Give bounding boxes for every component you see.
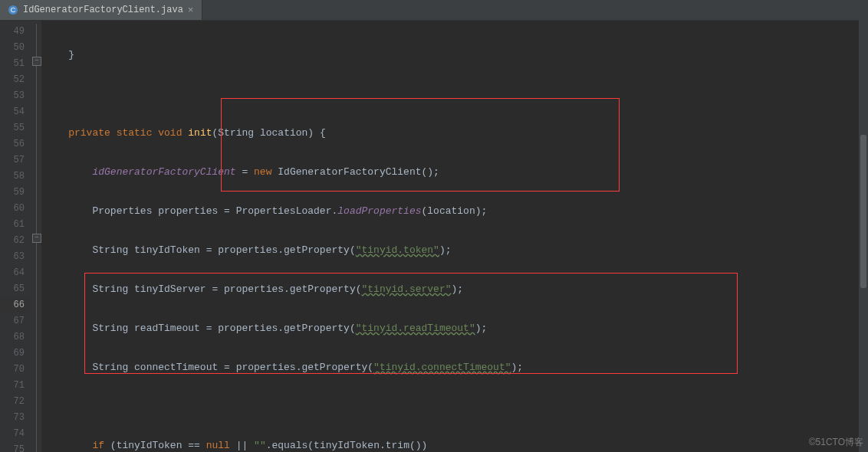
- line-num: 59: [0, 185, 31, 201]
- line-num: 55: [0, 120, 31, 136]
- line-num: 70: [0, 362, 31, 378]
- line-num: 53: [0, 88, 31, 104]
- line-num: 68: [0, 329, 31, 346]
- code-line: [41, 398, 868, 414]
- code-line: String connectTimeout = properties.getPr…: [41, 359, 868, 375]
- scrollbar-thumb[interactable]: [860, 135, 866, 288]
- line-num: 60: [0, 201, 31, 217]
- line-num: 73: [0, 410, 31, 426]
- svg-text:C: C: [11, 6, 16, 14]
- line-num: 63: [0, 249, 31, 265]
- line-num: 61: [0, 217, 31, 233]
- watermark-text: ©51CTO博客: [809, 436, 863, 449]
- code-line: [41, 86, 868, 102]
- vertical-scrollbar[interactable]: [859, 20, 868, 452]
- code-editor[interactable]: 49 50 51 52 53 54 55 56 57 58 59 60 61 6…: [0, 21, 868, 452]
- close-tab-icon[interactable]: ×: [188, 5, 194, 16]
- line-num: 56: [0, 136, 31, 152]
- code-line: private static void init(String location…: [41, 125, 868, 141]
- code-line: String tinyIdServer = properties.getProp…: [41, 281, 868, 297]
- java-class-icon: C: [8, 5, 18, 15]
- line-num: 62: [0, 233, 31, 249]
- line-num: 57: [0, 152, 31, 169]
- line-num: 65: [0, 281, 31, 297]
- code-line: String tinyIdToken = properties.getPrope…: [41, 242, 868, 258]
- code-line: idGeneratorFactoryClient = new IdGenerat…: [41, 164, 868, 180]
- code-area[interactable]: } private static void init(String locati…: [41, 21, 868, 452]
- fold-toggle-icon[interactable]: −: [32, 234, 41, 243]
- line-num: 52: [0, 72, 31, 88]
- line-num: 64: [0, 265, 31, 281]
- code-line: Properties properties = PropertiesLoader…: [41, 203, 868, 219]
- line-num: 72: [0, 394, 31, 410]
- line-num: 67: [0, 313, 31, 329]
- code-line: if (tinyIdToken == null || "".equals(tin…: [41, 437, 868, 452]
- line-num: 54: [0, 104, 31, 120]
- tab-bar: C IdGeneratorFactoryClient.java ×: [0, 0, 868, 21]
- line-num: 50: [0, 40, 31, 56]
- fold-toggle-icon[interactable]: −: [32, 57, 41, 66]
- line-num: 69: [0, 346, 31, 362]
- line-num: 71: [0, 378, 31, 394]
- fold-column: − −: [31, 21, 41, 452]
- line-number-gutter: 49 50 51 52 53 54 55 56 57 58 59 60 61 6…: [0, 21, 31, 452]
- line-num: 51: [0, 56, 31, 72]
- tab-filename: IdGeneratorFactoryClient.java: [23, 5, 183, 15]
- line-num: 58: [0, 169, 31, 185]
- line-num: 75: [0, 442, 31, 452]
- file-tab[interactable]: C IdGeneratorFactoryClient.java ×: [0, 0, 202, 20]
- code-line: String readTimeout = properties.getPrope…: [41, 320, 868, 336]
- line-num: 74: [0, 426, 31, 442]
- code-line: }: [41, 47, 868, 63]
- line-num-current: 66: [0, 297, 31, 313]
- line-num: 49: [0, 24, 31, 40]
